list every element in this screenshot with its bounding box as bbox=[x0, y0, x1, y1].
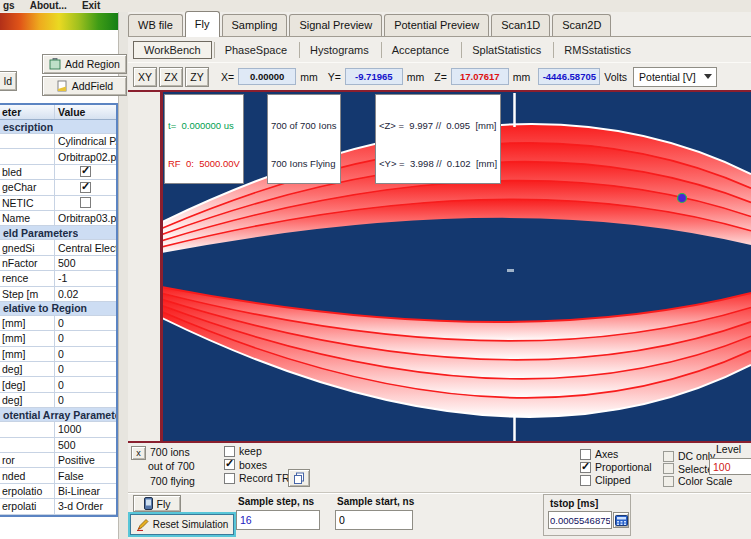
table-row[interactable]: [mm]0 bbox=[0, 316, 116, 331]
tstop-input[interactable] bbox=[548, 511, 612, 529]
partial-button[interactable]: ld bbox=[0, 71, 17, 91]
checkbox-color-scale[interactable]: Color Scale bbox=[663, 475, 732, 487]
table-row[interactable]: otential Array Parameters bbox=[0, 408, 116, 422]
checkbox[interactable] bbox=[663, 476, 674, 487]
table-row[interactable]: [mm]0 bbox=[0, 331, 116, 346]
table-row[interactable]: geChar✓ bbox=[0, 180, 116, 195]
table-row[interactable]: Cylindrical PA bbox=[0, 134, 116, 149]
table-row[interactable]: NETIC bbox=[0, 196, 116, 211]
sample-start-input[interactable] bbox=[335, 510, 413, 530]
param-value[interactable]: 0 bbox=[55, 348, 116, 360]
sample-step-input[interactable] bbox=[236, 510, 320, 530]
checkbox[interactable] bbox=[224, 446, 235, 457]
subtab-rmsstatistics[interactable]: RMSstatistics bbox=[553, 42, 641, 58]
param-value[interactable] bbox=[55, 197, 116, 208]
z-coordinate-field[interactable]: 17.07617 bbox=[451, 68, 509, 85]
table-row[interactable]: 1000 bbox=[0, 422, 116, 437]
fly-button[interactable]: Fly bbox=[133, 495, 181, 512]
tstop-calculator-button[interactable] bbox=[613, 512, 629, 528]
table-row[interactable]: ndedFalse bbox=[0, 468, 116, 483]
add-region-button[interactable]: Add Region bbox=[42, 54, 127, 74]
tab-scan2d[interactable]: Scan2D bbox=[552, 14, 611, 36]
tab-scan1d[interactable]: Scan1D bbox=[491, 14, 550, 36]
checkbox[interactable] bbox=[80, 197, 91, 208]
param-value[interactable]: 0.02 bbox=[55, 288, 116, 300]
checkbox[interactable] bbox=[580, 475, 591, 486]
checkbox[interactable]: ✓ bbox=[80, 166, 91, 177]
subtab-splatstatistics[interactable]: SplatStatistics bbox=[461, 42, 551, 58]
param-value[interactable]: 500 bbox=[55, 439, 116, 451]
level-input[interactable] bbox=[709, 458, 751, 475]
close-trajectory-button[interactable]: x bbox=[131, 446, 146, 460]
checkbox[interactable]: ✓ bbox=[224, 459, 235, 470]
param-value[interactable]: Bi-Linear bbox=[55, 485, 116, 497]
checkbox-record-trj[interactable]: Record TRJ bbox=[224, 472, 295, 484]
checkbox-axes[interactable]: Axes bbox=[580, 448, 618, 460]
tab-fly[interactable]: Fly bbox=[185, 11, 220, 37]
reset-simulation-button[interactable]: Reset Simulation bbox=[130, 514, 234, 535]
y-coordinate-field[interactable]: -9.71965 bbox=[345, 68, 403, 85]
checkbox[interactable] bbox=[580, 449, 591, 460]
add-field-button[interactable]: AddField bbox=[42, 76, 127, 96]
subtab-workbench[interactable]: WorkBench bbox=[133, 41, 212, 59]
param-value[interactable]: 0 bbox=[55, 363, 116, 375]
param-value[interactable]: 3-d Order bbox=[55, 500, 116, 512]
table-row[interactable]: erpolatioBi-Linear bbox=[0, 484, 116, 499]
table-row[interactable]: [mm]0 bbox=[0, 347, 116, 362]
tab-wb-file[interactable]: WB file bbox=[128, 14, 183, 36]
copy-trajectory-button[interactable] bbox=[288, 469, 310, 487]
param-value[interactable]: Orbitrap03.pa bbox=[55, 212, 116, 224]
checkbox-boxes[interactable]: ✓boxes bbox=[224, 459, 267, 471]
table-row[interactable]: Step [m0.02 bbox=[0, 287, 116, 302]
subtab-acceptance[interactable]: Acceptance bbox=[381, 42, 459, 58]
param-value[interactable]: ✓ bbox=[55, 166, 116, 177]
table-row[interactable]: rorPositive bbox=[0, 453, 116, 468]
x-coordinate-field[interactable]: 0.00000 bbox=[238, 68, 296, 85]
table-row[interactable]: deg]0 bbox=[0, 362, 116, 377]
table-row[interactable]: NameOrbitrap03.pa bbox=[0, 211, 116, 226]
param-value[interactable]: 0 bbox=[55, 332, 116, 344]
checkbox-proportional[interactable]: ✓Proportional bbox=[580, 461, 652, 473]
checkbox[interactable]: ✓ bbox=[580, 462, 591, 473]
param-value[interactable]: 0 bbox=[55, 379, 116, 391]
param-value[interactable]: Cylindrical PA bbox=[55, 135, 116, 147]
volts-field[interactable]: -4446.58705 bbox=[538, 68, 600, 85]
param-value[interactable]: 0 bbox=[55, 317, 116, 329]
param-value[interactable]: 500 bbox=[55, 257, 116, 269]
menu-item-gs[interactable]: gs bbox=[3, 0, 15, 12]
checkbox[interactable]: ✓ bbox=[80, 182, 91, 193]
potential-dropdown[interactable]: Potential [V] bbox=[633, 67, 717, 87]
checkbox-keep[interactable]: keep bbox=[224, 445, 262, 457]
table-row[interactable]: deg]0 bbox=[0, 393, 116, 408]
table-row[interactable]: rence-1 bbox=[0, 271, 116, 286]
tab-signal-preview[interactable]: Signal Preview bbox=[289, 14, 382, 36]
checkbox[interactable] bbox=[663, 451, 674, 462]
view-xy-button[interactable]: XY bbox=[133, 67, 157, 87]
menu-item-exit[interactable]: Exit bbox=[82, 0, 100, 12]
table-row[interactable]: gnedSiCentral Electrode bbox=[0, 240, 116, 255]
table-row[interactable]: escription bbox=[0, 120, 116, 134]
table-row[interactable]: 500 bbox=[0, 438, 116, 453]
table-row[interactable]: Orbitrap02.pa bbox=[0, 149, 116, 164]
checkbox[interactable] bbox=[663, 463, 674, 474]
view-zy-button[interactable]: ZY bbox=[185, 67, 209, 87]
param-value[interactable]: Central Electrode bbox=[55, 242, 116, 254]
table-row[interactable]: erpolati3-d Order bbox=[0, 499, 116, 514]
param-value[interactable]: ✓ bbox=[55, 182, 116, 193]
param-value[interactable]: -1 bbox=[55, 272, 116, 284]
tab-potential-preview[interactable]: Potential Preview bbox=[384, 14, 489, 36]
param-value[interactable]: False bbox=[55, 470, 116, 482]
checkbox[interactable] bbox=[224, 473, 235, 484]
table-row[interactable]: nFactor500 bbox=[0, 256, 116, 271]
table-row[interactable]: elative to Region bbox=[0, 302, 116, 316]
view-zx-button[interactable]: ZX bbox=[159, 67, 183, 87]
param-value[interactable]: Positive bbox=[55, 454, 116, 466]
table-row[interactable]: eld Parameters bbox=[0, 226, 116, 240]
checkbox-clipped[interactable]: Clipped bbox=[580, 474, 631, 486]
subtab-hystograms[interactable]: Hystograms bbox=[299, 42, 379, 58]
table-row[interactable]: [deg]0 bbox=[0, 377, 116, 392]
checkbox-dc-only[interactable]: DC only bbox=[663, 450, 715, 462]
tab-sampling[interactable]: Sampling bbox=[222, 14, 288, 36]
param-value[interactable]: Orbitrap02.pa bbox=[55, 151, 116, 163]
menu-item-about[interactable]: About... bbox=[30, 0, 67, 12]
